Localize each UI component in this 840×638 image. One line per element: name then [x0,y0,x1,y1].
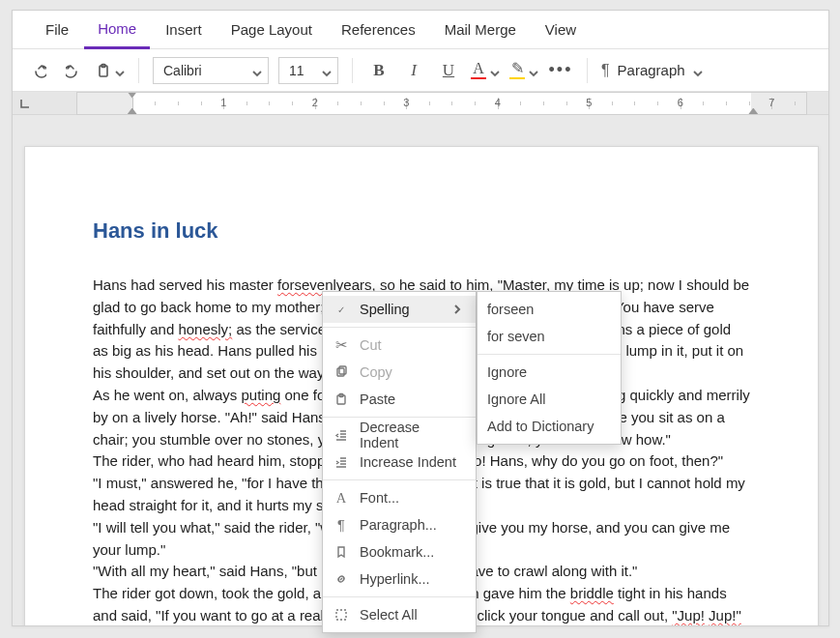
toolbar: Calibri 11 B I U A ✎ ••• ¶ Paragraph [13,49,828,92]
misspelled-word[interactable]: Jup!" [709,607,741,624]
chevron-right-icon [452,302,462,317]
ribbon-tabs: File Home Insert Page Layout References … [13,11,828,49]
paste-icon [333,392,350,406]
chevron-down-icon [322,66,332,75]
indent-icon [333,455,350,469]
menu-item-label: Select All [360,607,462,623]
paragraph-style-label: Paragraph [618,62,685,78]
document-title: Hans in luck [93,218,750,244]
tab-references[interactable]: References [328,11,429,49]
tab-insert[interactable]: Insert [152,11,216,49]
menu-item-hyperlink[interactable]: Hyperlink... [323,566,476,593]
spelling-add-to-dictionary[interactable]: Add to Dictionary [478,413,621,440]
menu-item-paragraph[interactable]: ¶ Paragraph... [323,511,476,538]
toolbar-separator [352,58,353,83]
tab-view[interactable]: View [532,11,590,49]
menu-item-label: for seven [487,329,607,344]
font-color-button[interactable]: A [471,58,500,83]
select-all-icon [333,608,350,622]
menu-item-label: Font... [360,490,462,506]
ruler-row: 1234567 [13,92,828,115]
misspelled-word[interactable]: briddle [570,585,614,601]
menu-item-copy[interactable]: Copy [323,359,476,386]
font-size-value: 11 [289,63,304,78]
tab-page-layout[interactable]: Page Layout [217,11,326,49]
menu-item-increase-indent[interactable]: Increase Indent [323,449,476,476]
menu-item-decrease-indent[interactable]: Decrease Indent [323,421,476,449]
tab-stop-selector[interactable] [13,92,76,115]
menu-item-label: Copy [360,364,462,380]
font-size-combo[interactable]: 11 [278,57,338,84]
chevron-down-icon [252,66,262,75]
spelling-ignore-all[interactable]: Ignore All [478,386,621,413]
toolbar-separator [138,58,139,83]
chevron-down-icon [490,66,500,75]
outdent-icon [333,428,350,442]
menu-item-label: Increase Indent [360,454,462,470]
context-menu: ✓ Spelling ✂ Cut Copy Paste Decrease Ind… [322,291,477,633]
link-icon [333,572,350,586]
italic-button[interactable]: I [401,58,426,83]
svg-rect-2 [337,368,344,376]
menu-item-label: Add to Dictionary [487,419,607,434]
chevron-down-icon [529,66,538,75]
toolbar-separator [587,58,588,83]
menu-item-label: forseen [487,302,607,317]
pilcrow-icon: ¶ [601,62,610,79]
tab-home[interactable]: Home [84,11,150,49]
tab-file[interactable]: File [32,11,82,49]
menu-item-label: Decrease Indent [360,420,462,450]
menu-item-select-all[interactable]: Select All [323,601,476,628]
menu-item-paste[interactable]: Paste [323,386,476,413]
horizontal-ruler[interactable]: 1234567 [76,92,807,115]
font-name-combo[interactable]: Calibri [153,57,269,84]
undo-button[interactable] [26,58,51,83]
pilcrow-icon: ¶ [333,517,350,533]
bookmark-icon [333,545,350,559]
menu-item-font[interactable]: A Font... [323,484,476,511]
menu-item-label: Hyperlink... [360,571,462,587]
misspelled-word[interactable]: puting [241,387,280,403]
paragraph-style-button[interactable]: ¶ Paragraph [601,62,703,79]
underline-button[interactable]: U [436,58,461,83]
highlight-color-button[interactable]: ✎ [509,58,538,83]
redo-button[interactable] [61,58,86,83]
more-options-button[interactable]: ••• [548,58,573,83]
abc-icon: ✓ [333,304,350,315]
misspelled-word[interactable]: "Jup! [672,607,705,624]
menu-item-bookmark[interactable]: Bookmark... [323,538,476,566]
menu-item-label: Paste [360,392,462,407]
spelling-submenu: forseen for seven Ignore Ignore All Add … [477,291,622,445]
misspelled-word[interactable]: honesly; [178,321,232,337]
tab-mail-merge[interactable]: Mail Merge [431,11,530,49]
clipboard-button[interactable] [96,58,125,83]
menu-item-label: Paragraph... [360,517,462,533]
menu-item-label: Ignore All [487,392,607,407]
menu-item-label: Spelling [360,302,443,317]
scissors-icon: ✂ [333,337,350,353]
spelling-suggestion-2[interactable]: for seven [478,323,621,350]
spelling-suggestion-1[interactable]: forseen [478,296,621,323]
copy-icon [333,365,350,379]
bold-button[interactable]: B [366,58,391,83]
font-icon: A [333,490,350,507]
menu-item-label: Ignore [487,364,607,380]
menu-item-label: Cut [360,337,462,353]
font-name-value: Calibri [163,63,202,78]
menu-item-cut[interactable]: ✂ Cut [323,332,476,359]
svg-rect-6 [336,610,346,620]
menu-item-spelling[interactable]: ✓ Spelling [323,296,476,323]
chevron-down-icon [115,66,125,75]
chevron-down-icon [693,66,703,75]
svg-rect-3 [339,366,346,374]
spelling-ignore[interactable]: Ignore [478,359,621,386]
app-window: File Home Insert Page Layout References … [12,10,829,626]
menu-item-label: Bookmark... [360,544,462,560]
